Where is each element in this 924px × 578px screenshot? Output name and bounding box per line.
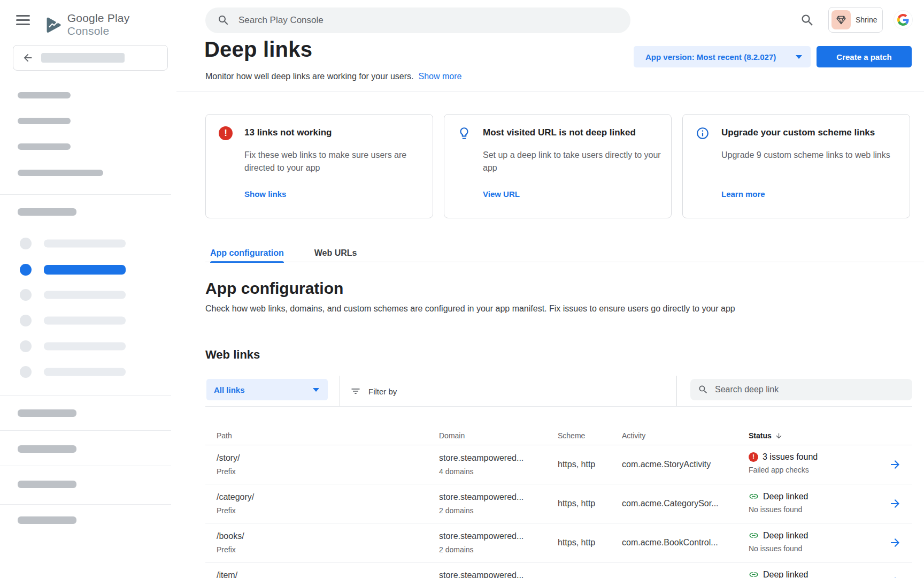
nav-item-icon	[20, 366, 32, 378]
google-logo-icon	[897, 14, 909, 26]
status-value: 3 issues found	[763, 452, 818, 462]
activity-value	[622, 562, 749, 578]
domain-value: store.steampowered...	[439, 531, 558, 541]
skeleton-bar	[44, 343, 126, 351]
chevron-down-icon	[796, 55, 802, 59]
domain-count: 2 domains	[439, 545, 558, 554]
sidebar-nav-item[interactable]	[0, 336, 171, 357]
filter-by-label: Filter by	[368, 387, 397, 396]
skeleton-nav-item	[18, 118, 71, 124]
web-links-title: Web links	[205, 348, 260, 362]
table-row[interactable]: /story/Prefix store.steampowered...4 dom…	[205, 445, 912, 484]
hamburger-menu-icon[interactable]	[16, 15, 35, 25]
links-filter-dropdown[interactable]: All links	[206, 379, 328, 400]
tab-web-urls[interactable]: Web URLs	[314, 244, 357, 262]
open-row-arrow-icon[interactable]	[889, 497, 902, 510]
table-row[interactable]: /books/Prefix store.steampowered...2 dom…	[205, 523, 912, 562]
learn-more-link[interactable]: Learn more	[721, 189, 765, 199]
column-status-sort[interactable]: Status	[749, 431, 889, 440]
skeleton-section-label[interactable]	[18, 409, 76, 417]
search-icon	[698, 384, 709, 395]
open-row-arrow-icon[interactable]	[889, 575, 902, 578]
scheme-value: https, http	[558, 523, 622, 562]
google-account-button[interactable]	[894, 10, 913, 29]
column-status-label: Status	[749, 431, 772, 440]
column-scheme[interactable]: Scheme	[558, 431, 622, 440]
path-type: Prefix	[217, 506, 439, 515]
open-row-arrow-icon[interactable]	[889, 536, 902, 549]
skeleton-nav-item	[18, 92, 71, 98]
deep-link-icon	[749, 569, 759, 578]
filter-icon	[350, 386, 361, 397]
search-icon[interactable]	[800, 13, 815, 28]
table-row[interactable]: /category/Prefix store.steampowered...2 …	[205, 484, 912, 523]
sidebar-nav-item[interactable]	[0, 361, 171, 383]
sidebar-nav-item[interactable]	[0, 233, 171, 254]
show-links-link[interactable]: Show links	[244, 189, 286, 199]
domain-value: store.steampowered...	[439, 453, 558, 463]
open-row-arrow-icon[interactable]	[889, 458, 902, 471]
chevron-down-icon	[313, 388, 319, 392]
show-more-link[interactable]: Show more	[419, 72, 462, 81]
path-value: /books/	[217, 531, 439, 541]
app-version-dropdown[interactable]: App version: Most recent (8.2.027)	[634, 46, 811, 67]
skeleton-section-label[interactable]	[18, 445, 76, 453]
table-row[interactable]: /item/ store.steampowered... Deep linked	[205, 562, 912, 578]
sidebar-nav-item[interactable]	[0, 284, 171, 306]
sidebar-nav-item-selected[interactable]	[0, 259, 171, 280]
filter-by-button[interactable]: Filter by	[350, 376, 397, 407]
table-header: Path Domain Scheme Activity Status	[205, 427, 912, 445]
card-title: 13 links not working	[244, 127, 332, 138]
column-domain[interactable]: Domain	[439, 431, 558, 440]
deep-link-icon	[749, 530, 759, 541]
path-value: /story/	[217, 453, 439, 463]
column-activity[interactable]: Activity	[622, 431, 749, 440]
skeleton-nav-item	[18, 143, 71, 150]
scheme-value	[558, 562, 622, 578]
domain-count: 2 domains	[439, 506, 558, 515]
sidebar-nav-item[interactable]	[0, 310, 171, 331]
create-patch-button[interactable]: Create a patch	[817, 46, 912, 67]
global-search-bar[interactable]	[205, 7, 630, 33]
domain-value: store.steampowered...	[439, 492, 558, 502]
page-title: Deep links	[204, 37, 312, 62]
error-icon: !	[749, 452, 758, 462]
column-path[interactable]: Path	[205, 431, 439, 440]
web-links-toolbar: All links Filter by	[205, 376, 912, 407]
sidebar-divider	[0, 504, 171, 505]
deep-link-search-input[interactable]	[715, 385, 905, 394]
sidebar-divider	[0, 466, 171, 466]
section-description: Check how web links, domains, and custom…	[205, 304, 735, 314]
app-name: Shrine	[856, 16, 877, 24]
skeleton-section-label[interactable]	[18, 516, 76, 524]
app-version-label: App version: Most recent (8.2.027)	[645, 52, 776, 62]
info-icon	[696, 126, 710, 140]
sidebar-divider	[0, 194, 171, 195]
global-search-input[interactable]	[238, 15, 619, 26]
nav-item-icon	[20, 340, 32, 352]
skeleton-bar	[44, 291, 126, 299]
card-upgrade-schemes: Upgrade your custom scheme links Upgrade…	[682, 114, 910, 218]
skeleton-bar	[44, 265, 126, 275]
sort-descending-icon	[775, 432, 783, 440]
card-title: Upgrade your custom scheme links	[721, 127, 875, 138]
card-links-not-working: ! 13 links not working Fix these web lin…	[205, 114, 433, 218]
domain-value: store.steampowered...	[439, 571, 558, 578]
skeleton-section-label[interactable]	[18, 481, 76, 488]
shrine-app-icon	[831, 10, 851, 29]
scheme-value: https, http	[558, 445, 622, 484]
back-navigation[interactable]	[13, 45, 168, 71]
tab-app-configuration[interactable]: App configuration	[210, 244, 284, 262]
status-detail: Failed app checks	[749, 466, 889, 474]
back-arrow-icon	[22, 52, 34, 64]
nav-item-icon	[20, 238, 32, 249]
app-switcher[interactable]: Shrine	[828, 7, 883, 33]
status-detail: No issues found	[749, 505, 889, 514]
deep-link-search-box[interactable]	[690, 379, 912, 400]
play-console-logo-icon	[44, 16, 62, 34]
play-console-logo[interactable]: Google Play Console	[44, 12, 171, 37]
path-type: Prefix	[217, 467, 439, 476]
view-url-link[interactable]: View URL	[483, 189, 520, 199]
skeleton-bar	[44, 240, 126, 248]
domain-count: 4 domains	[439, 467, 558, 476]
